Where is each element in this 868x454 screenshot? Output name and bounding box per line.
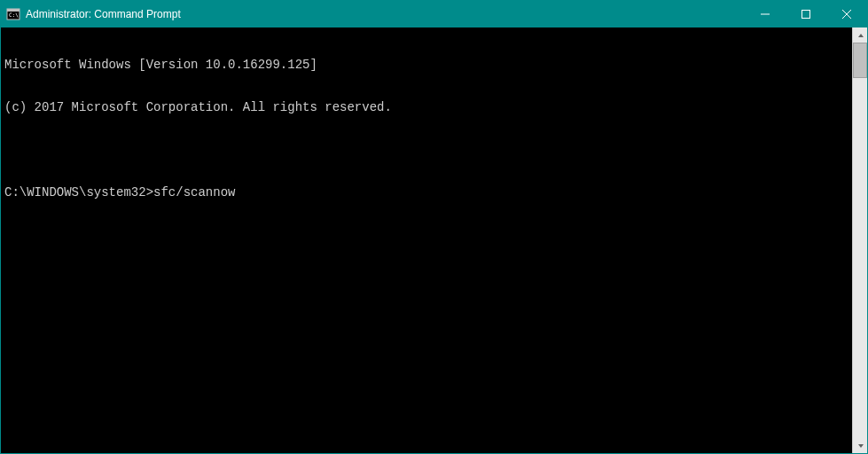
terminal-line [4,143,848,157]
command-prompt-window: C:\ Administrator: Command Prompt Micros… [0,0,868,454]
terminal-command: sfc/scannow [153,185,235,200]
scroll-thumb[interactable] [853,43,867,78]
titlebar[interactable]: C:\ Administrator: Command Prompt [1,1,867,27]
terminal-output[interactable]: Microsoft Windows [Version 10.0.16299.12… [1,27,852,453]
vertical-scrollbar[interactable] [852,27,867,453]
close-button[interactable] [826,1,867,27]
svg-text:C:\: C:\ [9,12,19,18]
window-controls [745,1,867,27]
svg-marker-8 [858,444,864,448]
terminal-line: Microsoft Windows [Version 10.0.16299.12… [4,58,848,72]
window-title: Administrator: Command Prompt [26,8,745,20]
scroll-down-button[interactable] [853,438,867,453]
svg-rect-4 [802,11,810,19]
svg-marker-7 [858,34,864,37]
terminal-line: (c) 2017 Microsoft Corporation. All righ… [4,100,848,114]
terminal-prompt-line: C:\WINDOWS\system32>sfc/scannow [4,185,848,200]
minimize-button[interactable] [745,1,786,27]
scroll-up-button[interactable] [853,27,867,43]
content-area: Microsoft Windows [Version 10.0.16299.12… [1,27,867,453]
terminal-prompt: C:\WINDOWS\system32> [4,185,153,200]
cmd-icon: C:\ [6,7,20,21]
maximize-button[interactable] [786,1,826,27]
scroll-track[interactable] [853,43,867,438]
